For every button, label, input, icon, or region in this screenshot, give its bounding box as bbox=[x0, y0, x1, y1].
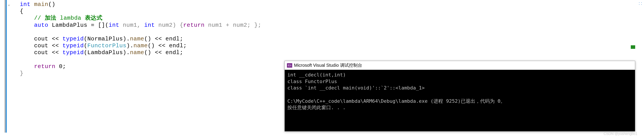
keyword-typeid: typeid bbox=[62, 49, 84, 56]
paren-open: ( bbox=[84, 42, 87, 49]
watermark: CSDN @yushengbo1 bbox=[604, 132, 638, 136]
keyword-int: int bbox=[109, 22, 119, 29]
op-ins: << bbox=[52, 36, 62, 42]
debug-console-window[interactable]: C:\ Microsoft Visual Studio 调试控制台 int __… bbox=[284, 61, 635, 131]
cout: cout bbox=[34, 49, 52, 56]
arg-functorplus: FunctorPlus bbox=[87, 42, 126, 49]
endl: endl bbox=[166, 49, 180, 56]
arg-normalplus: NormalPlus bbox=[87, 36, 123, 42]
keyword-int: int bbox=[144, 22, 155, 29]
keyword-auto: auto bbox=[34, 22, 48, 29]
paren-close-dot: ). bbox=[123, 36, 130, 42]
call-paren: () bbox=[144, 36, 155, 42]
paren-close-dot: ). bbox=[123, 49, 130, 56]
endl: endl bbox=[166, 36, 180, 42]
keyword-return: return bbox=[34, 63, 55, 70]
paren-open: ( bbox=[84, 49, 87, 56]
comment-prefix: // bbox=[34, 15, 44, 22]
op-ins2: << bbox=[155, 36, 166, 42]
brace-open: { bbox=[20, 8, 24, 15]
param1: num1, bbox=[119, 22, 144, 29]
arg-lambdaplus: LambdaPlus bbox=[87, 49, 123, 56]
comment-text2: lambda bbox=[56, 15, 85, 22]
semi: ; bbox=[183, 42, 187, 49]
op-ins2: << bbox=[155, 49, 166, 56]
op-ins: << bbox=[52, 49, 62, 56]
return-val: 0; bbox=[55, 63, 66, 70]
paren: () bbox=[48, 1, 55, 8]
cout: cout bbox=[34, 36, 52, 42]
op-ins2: << bbox=[158, 42, 169, 49]
comment-text1: 加法 bbox=[45, 15, 56, 22]
paren-close-dot: ). bbox=[126, 42, 134, 49]
brace-close: } bbox=[20, 70, 24, 77]
keyword-typeid: typeid bbox=[62, 36, 84, 42]
console-line: class FunctorPlus bbox=[287, 79, 337, 84]
keyword-int: int bbox=[20, 1, 30, 8]
fn-main: main bbox=[30, 1, 48, 8]
param2: num2) { bbox=[155, 22, 183, 29]
console-titlebar[interactable]: C:\ Microsoft Visual Studio 调试控制台 bbox=[285, 61, 635, 70]
paren-open: ( bbox=[84, 36, 87, 42]
console-title: Microsoft Visual Studio 调试控制台 bbox=[294, 62, 362, 68]
console-body[interactable]: int __cdecl(int,int) class FunctorPlus c… bbox=[285, 70, 635, 113]
method-name: name bbox=[130, 49, 144, 56]
console-line: C:\MyCode\C++_code\lambda\ARM64\Debug\la… bbox=[287, 98, 505, 104]
expr: num1 + num2; }; bbox=[204, 22, 261, 29]
eq-bracket: = []( bbox=[91, 22, 109, 29]
console-line: 按任意键关闭此窗口. . . bbox=[287, 105, 346, 110]
endl: endl bbox=[169, 42, 183, 49]
method-name: name bbox=[130, 36, 144, 42]
cout: cout bbox=[34, 42, 52, 49]
method-name: name bbox=[134, 42, 148, 49]
semi: ; bbox=[180, 49, 183, 56]
op-ins: << bbox=[52, 42, 62, 49]
var-name: LambdaPlus bbox=[48, 22, 91, 29]
console-line: class `int __cdecl main(void)'::`2'::<la… bbox=[287, 85, 425, 91]
semi: ; bbox=[180, 36, 183, 42]
console-line: int __cdecl(int,int) bbox=[287, 72, 346, 78]
comment-text3: 表达式 bbox=[85, 15, 102, 22]
call-paren: () bbox=[148, 42, 158, 49]
console-icon: C:\ bbox=[287, 63, 292, 68]
keyword-typeid: typeid bbox=[62, 42, 84, 49]
keyword-return: return bbox=[183, 22, 205, 29]
call-paren: () bbox=[144, 49, 155, 56]
